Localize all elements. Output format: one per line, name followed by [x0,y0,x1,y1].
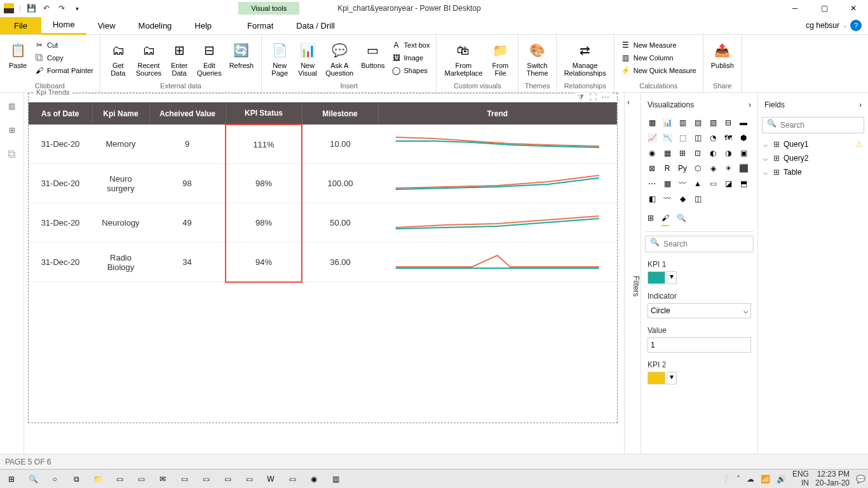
viz-type-icon[interactable]: ◆ [675,192,689,206]
get-data-button[interactable]: 🗂Get Data [105,39,131,78]
publish-button[interactable]: 📤Publish [709,39,736,71]
table-header[interactable]: Trend [378,102,617,125]
model-view-icon[interactable]: ⿻ [5,147,19,161]
viz-type-icon[interactable]: 📈 [645,131,659,145]
tray-notifications-icon[interactable]: 💬 [856,475,865,484]
viz-type-icon[interactable]: 📊 [660,116,674,130]
new-measure-button[interactable]: ☰New Measure [620,39,698,51]
powerbi-task-icon[interactable]: ▥ [327,471,344,487]
viz-type-icon[interactable]: ◔ [706,131,720,145]
text-box-button[interactable]: AText box [390,39,431,51]
viz-type-icon[interactable]: ▦ [645,116,659,130]
viz-type-icon[interactable]: ⊟ [721,116,735,130]
kpi-trends-visual[interactable]: Kpi Trends ⧩ ⛶ ⋯ As of DateKpi NameAchei… [28,93,618,423]
redo-icon[interactable]: ↷ [57,3,67,13]
viz-type-icon[interactable]: ⬡ [691,161,705,175]
new-visual-button[interactable]: 📊New Visual [295,39,320,78]
data-view-icon[interactable]: ⊞ [5,123,19,137]
tray-help-icon[interactable]: ❔ [721,475,730,484]
tray-chevron-icon[interactable]: ˄ [736,475,740,484]
indicator-dropdown[interactable]: Circle⌵ [648,303,751,318]
save-icon[interactable]: 💾 [26,3,36,13]
viz-type-icon[interactable]: ▦ [660,177,674,191]
word-icon[interactable]: W [262,471,280,487]
user-dropdown-icon[interactable]: ⌵ [843,22,846,29]
kpi2-color-swatch[interactable] [648,372,665,384]
viz-type-icon[interactable]: ▲ [691,177,705,191]
viz-type-icon[interactable]: ▭ [706,177,720,191]
viz-type-icon[interactable]: ▧ [706,116,720,130]
paste-button[interactable]: 📋Paste [5,39,31,71]
kpi1-color-dropdown-icon[interactable]: ▾ [667,271,677,284]
tab-help[interactable]: Help [183,17,223,34]
viz-type-icon[interactable]: ◪ [721,177,735,191]
viz-type-icon[interactable]: Py [675,161,689,175]
tab-file[interactable]: File [0,17,41,34]
new-column-button[interactable]: ▥New Column [620,51,698,64]
app-icon[interactable]: ▭ [240,471,258,487]
kpi2-color-dropdown-icon[interactable]: ▾ [667,372,677,384]
viz-type-icon[interactable]: R [660,161,674,175]
format-tab-icon[interactable]: 🖌 [661,214,669,226]
tab-modeling[interactable]: Modeling [127,17,184,34]
format-painter-button[interactable]: 🖌Format Painter [33,64,95,77]
tab-data-drill[interactable]: Data / Drill [285,17,346,34]
tray-network-icon[interactable]: 📶 [761,475,770,484]
field-table-item[interactable]: ⌵⊞Query1⚠ [762,137,864,151]
refresh-button[interactable]: 🔄Refresh [227,39,257,71]
app-icon[interactable]: ▭ [132,471,150,487]
from-marketplace-button[interactable]: 🛍From Marketplace [442,39,485,78]
visual-focus-icon[interactable]: ⛶ [589,93,597,102]
app-icon[interactable]: ▭ [111,471,128,487]
field-table-item[interactable]: ⌵⊞Query2 [762,151,864,165]
viz-type-icon[interactable]: ⊠ [645,161,659,175]
tray-date[interactable]: 20-Jan-20 [815,479,850,487]
filter-expand-icon[interactable]: ‹ [627,98,630,107]
tab-format[interactable]: Format [236,17,285,34]
fields-search-input[interactable] [762,117,864,133]
viz-type-icon[interactable]: ◐ [706,146,720,160]
cut-button[interactable]: ✂Cut [33,39,95,51]
viz-pane-collapse-icon[interactable]: › [749,100,751,109]
chrome-icon[interactable]: ◉ [305,471,323,487]
tab-view[interactable]: View [86,17,127,34]
app-icon[interactable]: ▭ [175,471,193,487]
viz-type-icon[interactable]: ⋯ [645,177,659,191]
table-header[interactable]: As of Date [29,102,92,125]
close-button[interactable]: ✕ [839,0,868,17]
from-file-button[interactable]: 📁From File [487,39,513,78]
ask-question-button[interactable]: 💬Ask A Question [323,39,356,78]
recent-sources-button[interactable]: 🗂Recent Sources [133,39,164,78]
image-button[interactable]: 🖼Image [390,51,431,64]
report-canvas[interactable]: Kpi Trends ⧩ ⛶ ⋯ As of DateKpi NameAchei… [24,93,624,454]
viz-type-icon[interactable]: 🗺 [721,131,735,145]
new-page-button[interactable]: 📄New Page [267,39,292,78]
viz-type-icon[interactable]: ◈ [706,161,720,175]
viz-type-icon[interactable]: ▥ [675,116,689,130]
buttons-button[interactable]: ▭Buttons [358,39,387,71]
minimize-button[interactable]: ─ [780,0,810,17]
qat-dropdown-icon[interactable]: ▾ [72,3,82,13]
table-header[interactable]: KPI Status [226,102,302,125]
value-input[interactable] [648,337,751,353]
maximize-button[interactable]: ▢ [810,0,839,17]
viz-type-icon[interactable]: ▦ [660,146,674,160]
mail-icon[interactable]: ✉ [154,471,172,487]
tray-onedrive-icon[interactable]: ☁ [747,475,754,484]
tray-time[interactable]: 12:23 PM [815,470,850,478]
tab-home[interactable]: Home [41,16,86,35]
table-header[interactable]: Kpi Name [92,102,149,125]
visual-more-icon[interactable]: ⋯ [602,93,609,102]
filters-pane-collapsed[interactable]: ‹ Filters [624,93,641,454]
undo-icon[interactable]: ↶ [41,3,51,13]
table-header[interactable]: Acheived Value [149,102,226,125]
switch-theme-button[interactable]: 🎨Switch Theme [524,39,550,78]
edit-queries-button[interactable]: ⊟Edit Queries [194,39,224,78]
viz-type-icon[interactable]: ☀ [721,161,735,175]
cortana-icon[interactable]: ○ [46,471,64,487]
viz-type-icon[interactable]: 📉 [660,131,674,145]
app-icon[interactable]: ▭ [283,471,301,487]
viz-type-icon[interactable]: ⬛ [736,161,750,175]
tray-volume-icon[interactable]: 🔊 [776,475,786,484]
tray-region[interactable]: IN [801,478,809,487]
